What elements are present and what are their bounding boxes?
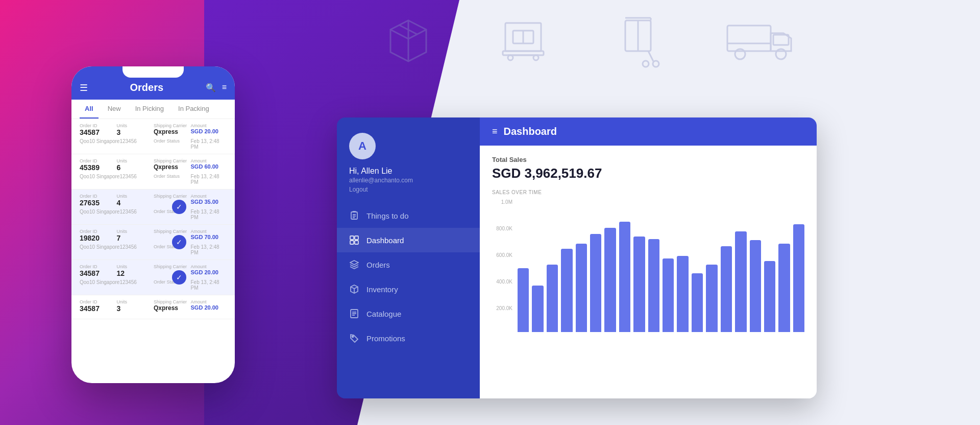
phone-tabs: All New In Picking In Packing (71, 100, 235, 119)
order-row: Order ID45389 Units6 Shipping CarrierQxp… (71, 154, 235, 190)
phone-header-icons: 🔍 ≡ (206, 83, 227, 92)
sidebar-label-orders: Orders (366, 261, 390, 269)
chart-bar (764, 261, 775, 332)
trolley-icon (612, 15, 664, 74)
chart-bar (677, 256, 688, 332)
dashboard-header: ≡ Dashboard (480, 117, 817, 146)
order-row: Order ID27635 Units4 Shipping Carrierx A… (71, 190, 235, 225)
sidebar-label-catalogue: Catalogue (366, 310, 401, 318)
check-badge: ✓ (172, 200, 186, 214)
chart-bar (590, 234, 601, 332)
sidebar-label-things-to-do: Things to do (366, 211, 409, 220)
sales-chart: 1.0M 800.0K 600.0K 400.0K 200.0K (492, 199, 804, 342)
svg-rect-24 (350, 241, 354, 244)
chart-bar (648, 239, 659, 332)
hamburger-icon: ≡ (492, 126, 498, 137)
avatar: A (349, 133, 376, 159)
phone-title: Orders (130, 82, 164, 93)
user-email: allenlie@anchanto.com (337, 177, 480, 186)
dashboard-icon (349, 235, 359, 245)
layers-icon (349, 259, 359, 270)
phone-mockup: ☰ Orders 🔍 ≡ All New In Picking In Packi… (71, 66, 235, 383)
tab-in-picking[interactable]: In Picking (130, 100, 169, 119)
total-sales-value: SGD 3,962,519.67 (492, 166, 804, 181)
phone-frame: ☰ Orders 🔍 ≡ All New In Picking In Packi… (71, 66, 235, 383)
svg-rect-23 (355, 236, 358, 240)
chart-bar (619, 222, 630, 332)
order-row: Order ID34587 Units12 Shipping Carrierx … (71, 260, 235, 295)
clipboard-icon (349, 210, 359, 221)
chart-bar (561, 249, 572, 332)
sidebar-item-catalogue[interactable]: Catalogue (337, 301, 480, 326)
y-label-5: 200.0K (492, 305, 512, 311)
package-icon (383, 15, 434, 74)
tablet-mockup: A Hi, Allen Lie allenlie@anchanto.com Lo… (337, 117, 817, 398)
top-icons-row (383, 15, 796, 74)
tab-new[interactable]: New (103, 100, 126, 119)
orders-list: Order ID34587 Units3 Shipping CarrierQxp… (71, 119, 235, 319)
sidebar-item-dashboard[interactable]: Dashboard (337, 228, 480, 252)
chart-bar (692, 273, 703, 332)
chart-bar (778, 244, 790, 332)
svg-rect-13 (727, 26, 771, 51)
svg-line-9 (648, 51, 653, 61)
search-icon[interactable]: 🔍 (206, 83, 216, 92)
chart-bars (518, 199, 804, 332)
chart-bar (750, 240, 761, 332)
chart-bar (576, 244, 587, 332)
chart-bar (604, 228, 616, 332)
chart-bar (793, 224, 804, 332)
box-icon (349, 284, 359, 294)
svg-point-12 (653, 61, 659, 67)
svg-point-11 (643, 61, 649, 67)
svg-rect-25 (355, 241, 358, 244)
check-badge: ✓ (172, 270, 186, 285)
chart-bar (735, 231, 746, 332)
svg-point-31 (352, 336, 354, 338)
check-badge: ✓ (172, 235, 186, 249)
tag-icon (349, 333, 359, 343)
y-label-4: 400.0K (492, 279, 512, 285)
order-row: Order ID34587 Units3 Shipping CarrierQxp… (71, 295, 235, 319)
chart-bar (532, 286, 543, 332)
chart-bar (547, 265, 558, 332)
sidebar-nav: Things to do Dashboard (337, 203, 480, 350)
dashboard-title: Dashboard (504, 126, 557, 137)
phone-notch (122, 66, 184, 78)
sidebar-label-promotions: Promotions (366, 334, 405, 343)
sidebar-label-dashboard: Dashboard (366, 236, 404, 245)
user-greeting: Hi, Allen Lie (337, 167, 480, 177)
filter-icon[interactable]: ≡ (222, 83, 227, 92)
menu-icon[interactable]: ☰ (80, 82, 88, 93)
chart-bar (706, 265, 717, 332)
sidebar-item-inventory[interactable]: Inventory (337, 277, 480, 301)
y-label-1: 1.0M (492, 199, 512, 205)
svg-rect-14 (773, 35, 789, 45)
sidebar-item-things-to-do[interactable]: Things to do (337, 203, 480, 228)
truck-icon (725, 15, 796, 74)
sidebar-item-orders[interactable]: Orders (337, 252, 480, 277)
y-label-3: 600.0K (492, 252, 512, 258)
tab-in-packing[interactable]: In Packing (173, 100, 214, 119)
sidebar: A Hi, Allen Lie allenlie@anchanto.com Lo… (337, 117, 480, 398)
book-icon (349, 309, 359, 319)
warehouse-icon (495, 15, 551, 74)
tab-all[interactable]: All (80, 100, 99, 119)
total-sales-label: Total Sales (492, 156, 804, 163)
chart-bar (518, 268, 529, 332)
greeting-prefix: Hi, (349, 167, 361, 175)
dashboard-content: Total Sales SGD 3,962,519.67 SALES OVER … (480, 146, 817, 398)
dashboard-panel: ≡ Dashboard Total Sales SGD 3,962,519.67… (480, 117, 817, 398)
user-name: Allen Lie (361, 167, 392, 175)
logout-button[interactable]: Logout (337, 186, 480, 203)
order-row: Order ID34587 Units3 Shipping CarrierQxp… (71, 119, 235, 154)
chart-bar (663, 258, 674, 332)
sidebar-label-inventory: Inventory (366, 285, 398, 294)
order-row: Order ID19820 Units7 Shipping Carrierx A… (71, 225, 235, 260)
svg-rect-22 (350, 236, 354, 240)
sidebar-item-promotions[interactable]: Promotions (337, 326, 480, 350)
chart-bar (721, 246, 732, 332)
y-axis-labels: 1.0M 800.0K 600.0K 400.0K 200.0K (492, 199, 512, 342)
y-label-2: 800.0K (492, 226, 512, 231)
chart-bar (633, 237, 645, 332)
